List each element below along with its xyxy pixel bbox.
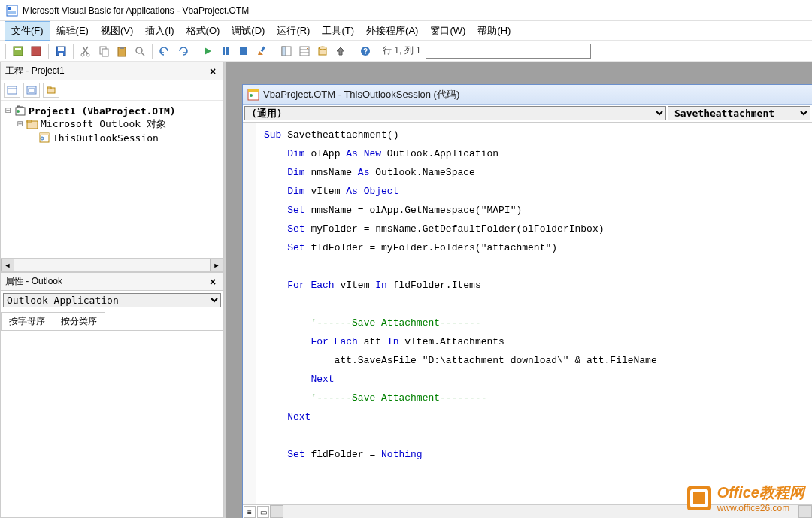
svg-point-45 [250, 94, 253, 97]
tree-root[interactable]: ⊟ Project1 (VbaProject.OTM) [2, 104, 222, 117]
menu-debug[interactable]: 调试(D) [226, 22, 271, 40]
svg-rect-35 [47, 87, 51, 89]
svg-rect-5 [32, 47, 41, 56]
properties-panel-close-icon[interactable]: × [207, 276, 219, 288]
svg-point-15 [136, 47, 142, 53]
svg-point-37 [17, 110, 20, 113]
toolbar-grip [5, 44, 6, 59]
tree-folder-label: Microsoft Outlook 对象 [41, 117, 166, 131]
toolbar: ? 行 1, 列 1 [0, 41, 812, 62]
svg-rect-1 [8, 7, 11, 10]
menu-run[interactable]: 运行(R) [271, 22, 316, 40]
tree-folder[interactable]: ⊟ Microsoft Outlook 对象 [2, 117, 222, 131]
menu-help[interactable]: 帮助(H) [471, 22, 517, 40]
svg-point-42 [41, 137, 44, 140]
code-window-titlebar[interactable]: VbaProject.OTM - ThisOutlookSession (代码) [243, 85, 812, 105]
mdi-area: VbaProject.OTM - ThisOutlookSession (代码)… [226, 62, 812, 518]
module-icon [38, 132, 50, 144]
svg-rect-44 [248, 89, 259, 92]
menu-tools[interactable]: 工具(T) [316, 22, 360, 40]
insert-menu-icon[interactable] [28, 43, 44, 59]
help-icon[interactable]: ? [357, 43, 374, 59]
design-mode-icon[interactable] [253, 43, 270, 59]
procedure-dropdown[interactable]: Savetheattachment [668, 106, 810, 120]
project-explorer-icon[interactable] [278, 43, 295, 59]
project-hscroll[interactable]: ◄ ► [1, 258, 223, 271]
toggle-folders-icon[interactable] [43, 83, 59, 98]
save-icon[interactable] [53, 43, 69, 59]
object-browser-icon[interactable] [314, 43, 331, 59]
view-switch-icon[interactable] [10, 43, 26, 59]
svg-point-27 [319, 47, 326, 50]
scroll-left-icon[interactable]: ◄ [1, 259, 14, 271]
menu-addins[interactable]: 外接程序(A) [360, 22, 424, 40]
menu-view[interactable]: 视图(V) [95, 22, 139, 40]
redo-icon[interactable] [174, 43, 191, 59]
run-icon[interactable] [199, 43, 216, 59]
scroll-right-icon[interactable]: ► [210, 259, 223, 271]
properties-window-icon[interactable] [296, 43, 313, 59]
svg-rect-8 [59, 53, 63, 56]
properties-object-select[interactable]: Outlook Application [3, 293, 221, 307]
svg-rect-12 [102, 49, 108, 56]
code-window-icon [247, 89, 259, 101]
project-explorer-panel: 工程 - Project1 × ⊟ Project1 (VbaProject.O… [0, 62, 224, 272]
tree-root-label: Project1 (VbaProject.OTM) [29, 105, 176, 117]
properties-grid[interactable] [1, 331, 223, 517]
view-code-icon[interactable] [4, 83, 20, 98]
toolbox-icon[interactable] [332, 43, 349, 59]
menu-window[interactable]: 窗口(W) [424, 22, 471, 40]
window-title: Microsoft Visual Basic for Applications … [23, 5, 249, 16]
watermark-logo-icon [686, 485, 713, 512]
cut-icon[interactable] [77, 43, 94, 59]
svg-rect-20 [261, 46, 265, 52]
svg-rect-18 [226, 47, 229, 55]
code-window-title: VbaProject.OTM - ThisOutlookSession (代码) [263, 88, 459, 101]
svg-rect-23 [300, 47, 309, 56]
code-window: VbaProject.OTM - ThisOutlookSession (代码)… [242, 84, 812, 518]
properties-panel-title: 属性 - Outlook [5, 275, 62, 288]
toolbar-dropdown[interactable] [426, 44, 591, 59]
menubar: 文件(F) 编辑(E) 视图(V) 插入(I) 格式(O) 调试(D) 运行(R… [0, 21, 812, 41]
properties-panel: 属性 - Outlook × Outlook Application 按字母序 … [0, 272, 224, 518]
code-editor[interactable]: Sub Savetheattachment() Dim olApp As New… [256, 123, 812, 504]
svg-rect-22 [282, 47, 286, 56]
menu-insert[interactable]: 插入(I) [139, 22, 180, 40]
project-panel-title: 工程 - Project1 [5, 65, 65, 77]
project-icon [14, 105, 26, 117]
copy-icon[interactable] [95, 43, 112, 59]
stop-icon[interactable] [235, 43, 252, 59]
svg-rect-4 [15, 48, 21, 50]
folder-icon [26, 118, 38, 130]
scroll-left-icon[interactable] [270, 505, 283, 518]
svg-rect-30 [8, 86, 17, 94]
code-gutter [243, 123, 256, 504]
full-module-view-icon[interactable]: ▭ [257, 506, 269, 518]
tab-alphabetical[interactable]: 按字母序 [1, 312, 53, 330]
tab-categorized[interactable]: 按分类序 [53, 312, 105, 330]
watermark-line1: Office教程网 [717, 483, 804, 503]
tree-item[interactable]: ThisOutlookSession [2, 131, 222, 144]
pause-icon[interactable] [217, 43, 234, 59]
svg-rect-19 [240, 47, 247, 55]
procedure-view-icon[interactable]: ≡ [244, 506, 256, 518]
svg-rect-2 [8, 11, 16, 14]
menu-edit[interactable]: 编辑(E) [50, 22, 95, 40]
svg-rect-3 [14, 47, 23, 56]
view-object-icon[interactable] [23, 83, 40, 98]
project-panel-close-icon[interactable]: × [207, 65, 219, 77]
project-tree[interactable]: ⊟ Project1 (VbaProject.OTM) ⊟ Microsoft … [1, 101, 223, 258]
undo-icon[interactable] [156, 43, 173, 59]
watermark-line2: www.office26.com [717, 503, 804, 513]
watermark: Office教程网 www.office26.com [686, 483, 804, 513]
paste-icon[interactable] [114, 43, 130, 59]
svg-rect-17 [223, 47, 225, 55]
menu-format[interactable]: 格式(O) [180, 22, 226, 40]
svg-text:?: ? [363, 47, 368, 56]
object-dropdown[interactable]: (通用) [244, 106, 666, 120]
svg-rect-14 [120, 47, 124, 49]
titlebar: Microsoft Visual Basic for Applications … [0, 0, 812, 21]
svg-rect-33 [29, 89, 35, 92]
menu-file[interactable]: 文件(F) [5, 21, 50, 41]
find-icon[interactable] [132, 43, 148, 59]
